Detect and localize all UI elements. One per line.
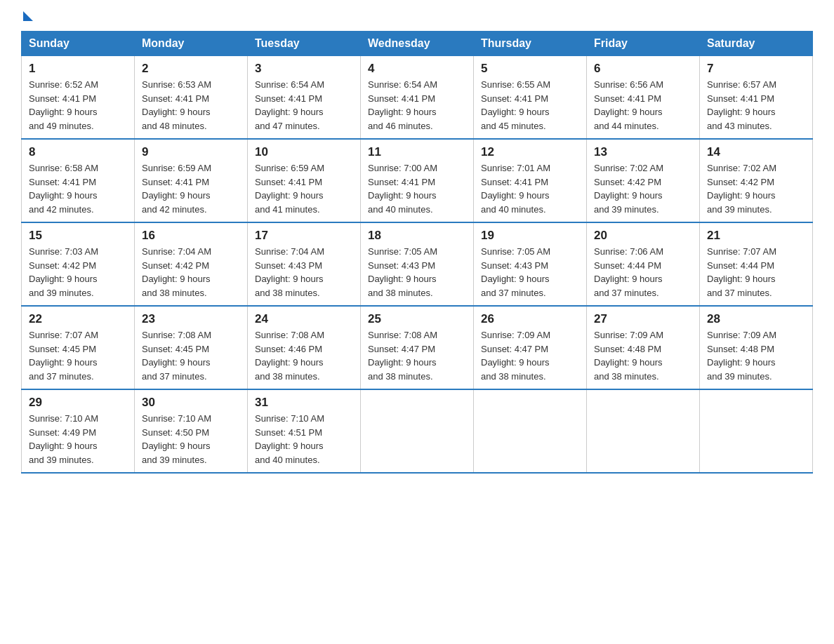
calendar-week-row: 22Sunrise: 7:07 AMSunset: 4:45 PMDayligh… <box>22 306 813 389</box>
calendar-day-cell: 6Sunrise: 6:56 AMSunset: 4:41 PMDaylight… <box>587 56 700 140</box>
calendar-day-cell: 8Sunrise: 6:58 AMSunset: 4:41 PMDaylight… <box>22 139 135 222</box>
day-info: Sunrise: 7:04 AMSunset: 4:43 PMDaylight:… <box>255 245 353 300</box>
day-number: 2 <box>142 62 240 76</box>
weekday-header-wednesday: Wednesday <box>361 32 474 56</box>
weekday-header-saturday: Saturday <box>700 32 813 56</box>
calendar-table: SundayMondayTuesdayWednesdayThursdayFrid… <box>21 31 813 474</box>
day-info: Sunrise: 7:05 AMSunset: 4:43 PMDaylight:… <box>481 245 579 300</box>
day-info: Sunrise: 6:54 AMSunset: 4:41 PMDaylight:… <box>368 78 466 133</box>
calendar-day-cell: 16Sunrise: 7:04 AMSunset: 4:42 PMDayligh… <box>135 222 248 306</box>
day-number: 14 <box>707 145 805 159</box>
day-info: Sunrise: 7:05 AMSunset: 4:43 PMDaylight:… <box>368 245 466 300</box>
day-number: 31 <box>255 396 353 410</box>
calendar-day-cell: 17Sunrise: 7:04 AMSunset: 4:43 PMDayligh… <box>248 222 361 306</box>
weekday-header-friday: Friday <box>587 32 700 56</box>
day-number: 1 <box>29 62 127 76</box>
logo-text <box>21 14 33 21</box>
empty-day-cell <box>700 389 813 473</box>
day-number: 30 <box>142 396 240 410</box>
weekday-header-sunday: Sunday <box>22 32 135 56</box>
day-info: Sunrise: 6:52 AMSunset: 4:41 PMDaylight:… <box>29 78 127 133</box>
calendar-day-cell: 1Sunrise: 6:52 AMSunset: 4:41 PMDaylight… <box>22 56 135 140</box>
day-info: Sunrise: 7:10 AMSunset: 4:50 PMDaylight:… <box>142 412 240 467</box>
day-info: Sunrise: 7:07 AMSunset: 4:45 PMDaylight:… <box>29 328 127 383</box>
weekday-header-monday: Monday <box>135 32 248 56</box>
day-number: 11 <box>368 145 466 159</box>
empty-day-cell <box>587 389 700 473</box>
calendar-day-cell: 9Sunrise: 6:59 AMSunset: 4:41 PMDaylight… <box>135 139 248 222</box>
day-info: Sunrise: 7:06 AMSunset: 4:44 PMDaylight:… <box>594 245 692 300</box>
weekday-header-tuesday: Tuesday <box>248 32 361 56</box>
day-info: Sunrise: 6:57 AMSunset: 4:41 PMDaylight:… <box>707 78 805 133</box>
calendar-day-cell: 14Sunrise: 7:02 AMSunset: 4:42 PMDayligh… <box>700 139 813 222</box>
calendar-day-cell: 20Sunrise: 7:06 AMSunset: 4:44 PMDayligh… <box>587 222 700 306</box>
day-number: 19 <box>481 229 579 243</box>
calendar-day-cell: 11Sunrise: 7:00 AMSunset: 4:41 PMDayligh… <box>361 139 474 222</box>
calendar-day-cell: 12Sunrise: 7:01 AMSunset: 4:41 PMDayligh… <box>474 139 587 222</box>
day-info: Sunrise: 7:07 AMSunset: 4:44 PMDaylight:… <box>707 245 805 300</box>
day-number: 5 <box>481 62 579 76</box>
calendar-day-cell: 21Sunrise: 7:07 AMSunset: 4:44 PMDayligh… <box>700 222 813 306</box>
calendar-day-cell: 29Sunrise: 7:10 AMSunset: 4:49 PMDayligh… <box>22 389 135 473</box>
day-info: Sunrise: 6:53 AMSunset: 4:41 PMDaylight:… <box>142 78 240 133</box>
day-info: Sunrise: 7:04 AMSunset: 4:42 PMDaylight:… <box>142 245 240 300</box>
day-info: Sunrise: 7:03 AMSunset: 4:42 PMDaylight:… <box>29 245 127 300</box>
day-info: Sunrise: 7:08 AMSunset: 4:45 PMDaylight:… <box>142 328 240 383</box>
calendar-day-cell: 15Sunrise: 7:03 AMSunset: 4:42 PMDayligh… <box>22 222 135 306</box>
calendar-week-row: 1Sunrise: 6:52 AMSunset: 4:41 PMDaylight… <box>22 56 813 140</box>
calendar-day-cell: 10Sunrise: 6:59 AMSunset: 4:41 PMDayligh… <box>248 139 361 222</box>
day-info: Sunrise: 7:08 AMSunset: 4:46 PMDaylight:… <box>255 328 353 383</box>
calendar-day-cell: 3Sunrise: 6:54 AMSunset: 4:41 PMDaylight… <box>248 56 361 140</box>
day-info: Sunrise: 6:55 AMSunset: 4:41 PMDaylight:… <box>481 78 579 133</box>
day-info: Sunrise: 7:09 AMSunset: 4:48 PMDaylight:… <box>707 328 805 383</box>
calendar-day-cell: 18Sunrise: 7:05 AMSunset: 4:43 PMDayligh… <box>361 222 474 306</box>
day-info: Sunrise: 7:10 AMSunset: 4:49 PMDaylight:… <box>29 412 127 467</box>
day-info: Sunrise: 7:10 AMSunset: 4:51 PMDaylight:… <box>255 412 353 467</box>
calendar-day-cell: 2Sunrise: 6:53 AMSunset: 4:41 PMDaylight… <box>135 56 248 140</box>
day-number: 18 <box>368 229 466 243</box>
day-number: 4 <box>368 62 466 76</box>
calendar-day-cell: 5Sunrise: 6:55 AMSunset: 4:41 PMDaylight… <box>474 56 587 140</box>
calendar-day-cell: 25Sunrise: 7:08 AMSunset: 4:47 PMDayligh… <box>361 306 474 389</box>
calendar-week-row: 8Sunrise: 6:58 AMSunset: 4:41 PMDaylight… <box>22 139 813 222</box>
day-number: 22 <box>29 312 127 326</box>
day-number: 12 <box>481 145 579 159</box>
calendar-week-row: 29Sunrise: 7:10 AMSunset: 4:49 PMDayligh… <box>22 389 813 473</box>
calendar-day-cell: 13Sunrise: 7:02 AMSunset: 4:42 PMDayligh… <box>587 139 700 222</box>
day-info: Sunrise: 6:59 AMSunset: 4:41 PMDaylight:… <box>255 161 353 216</box>
day-number: 15 <box>29 229 127 243</box>
calendar-day-cell: 7Sunrise: 6:57 AMSunset: 4:41 PMDaylight… <box>700 56 813 140</box>
day-number: 9 <box>142 145 240 159</box>
day-number: 20 <box>594 229 692 243</box>
day-info: Sunrise: 6:58 AMSunset: 4:41 PMDaylight:… <box>29 161 127 216</box>
day-number: 25 <box>368 312 466 326</box>
day-number: 26 <box>481 312 579 326</box>
calendar-day-cell: 19Sunrise: 7:05 AMSunset: 4:43 PMDayligh… <box>474 222 587 306</box>
empty-day-cell <box>361 389 474 473</box>
calendar-day-cell: 28Sunrise: 7:09 AMSunset: 4:48 PMDayligh… <box>700 306 813 389</box>
day-number: 13 <box>594 145 692 159</box>
day-number: 21 <box>707 229 805 243</box>
day-number: 24 <box>255 312 353 326</box>
day-info: Sunrise: 7:01 AMSunset: 4:41 PMDaylight:… <box>481 161 579 216</box>
calendar-day-cell: 30Sunrise: 7:10 AMSunset: 4:50 PMDayligh… <box>135 389 248 473</box>
day-number: 23 <box>142 312 240 326</box>
day-info: Sunrise: 7:02 AMSunset: 4:42 PMDaylight:… <box>594 161 692 216</box>
calendar-day-cell: 23Sunrise: 7:08 AMSunset: 4:45 PMDayligh… <box>135 306 248 389</box>
calendar-day-cell: 27Sunrise: 7:09 AMSunset: 4:48 PMDayligh… <box>587 306 700 389</box>
calendar-day-cell: 22Sunrise: 7:07 AMSunset: 4:45 PMDayligh… <box>22 306 135 389</box>
day-info: Sunrise: 7:02 AMSunset: 4:42 PMDaylight:… <box>707 161 805 216</box>
day-number: 3 <box>255 62 353 76</box>
day-number: 17 <box>255 229 353 243</box>
day-number: 7 <box>707 62 805 76</box>
calendar-week-row: 15Sunrise: 7:03 AMSunset: 4:42 PMDayligh… <box>22 222 813 306</box>
logo <box>21 14 33 18</box>
day-number: 27 <box>594 312 692 326</box>
logo-triangle-icon <box>23 11 33 21</box>
calendar-day-cell: 4Sunrise: 6:54 AMSunset: 4:41 PMDaylight… <box>361 56 474 140</box>
day-info: Sunrise: 7:00 AMSunset: 4:41 PMDaylight:… <box>368 161 466 216</box>
day-number: 10 <box>255 145 353 159</box>
day-info: Sunrise: 6:59 AMSunset: 4:41 PMDaylight:… <box>142 161 240 216</box>
day-number: 6 <box>594 62 692 76</box>
calendar-day-cell: 24Sunrise: 7:08 AMSunset: 4:46 PMDayligh… <box>248 306 361 389</box>
